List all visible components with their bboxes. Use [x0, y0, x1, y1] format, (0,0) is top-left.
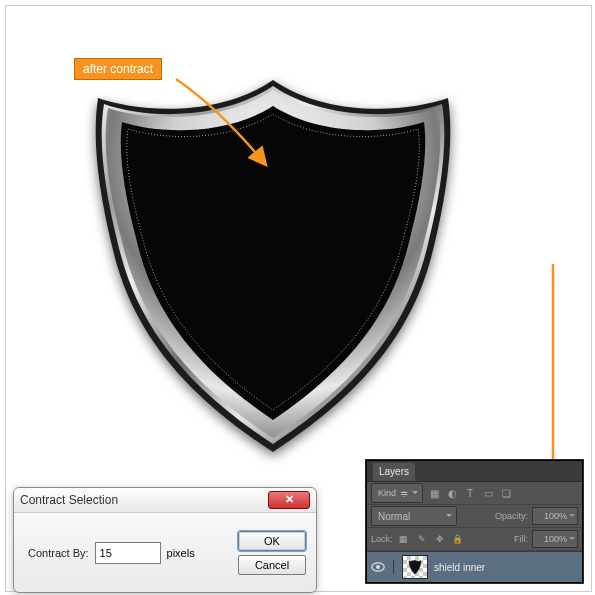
- eye-icon: [371, 562, 385, 572]
- dialog-titlebar[interactable]: Contract Selection ✕: [14, 488, 316, 513]
- blend-row: Normal Opacity: 100%: [367, 505, 582, 528]
- blend-mode-select[interactable]: Normal: [371, 506, 457, 526]
- layer-thumbnail[interactable]: [402, 555, 428, 579]
- contract-by-input[interactable]: [95, 542, 161, 564]
- lock-all-icon[interactable]: 🔒: [451, 532, 465, 546]
- filter-shape-icon[interactable]: ▭: [481, 486, 495, 500]
- ok-button[interactable]: OK: [238, 531, 306, 551]
- cancel-button[interactable]: Cancel: [238, 555, 306, 575]
- lock-transparency-icon[interactable]: ▦: [397, 532, 411, 546]
- layer-name[interactable]: shield inner: [434, 562, 485, 573]
- canvas-area: after contract Contract Selection ✕ Cont…: [5, 5, 592, 592]
- shield-image: [78, 68, 468, 470]
- dialog-title: Contract Selection: [20, 493, 118, 507]
- fill-value[interactable]: 100%: [532, 530, 578, 548]
- annotation-callout: after contract: [74, 58, 162, 80]
- lock-pixels-icon[interactable]: ✎: [415, 532, 429, 546]
- close-button[interactable]: ✕: [268, 491, 310, 509]
- panel-tabs: Layers: [367, 461, 582, 482]
- lock-row: Lock: ▦ ✎ ✥ 🔒 Fill: 100%: [367, 528, 582, 551]
- filter-pixel-icon[interactable]: ▦: [427, 486, 441, 500]
- shield-icon: [408, 559, 422, 575]
- divider: [393, 560, 394, 574]
- contract-by-unit: pixels: [167, 547, 195, 559]
- lock-position-icon[interactable]: ✥: [433, 532, 447, 546]
- lock-label: Lock:: [371, 534, 393, 544]
- kind-filter-select[interactable]: Kind ≑: [371, 483, 423, 503]
- contract-by-label: Contract By:: [28, 547, 89, 559]
- annotation-label: after contract: [83, 62, 153, 76]
- contract-selection-dialog: Contract Selection ✕ Contract By: pixels…: [13, 487, 317, 593]
- filter-smart-icon[interactable]: ❏: [499, 486, 513, 500]
- layer-row-shield-inner[interactable]: shield inner: [367, 551, 582, 582]
- tab-layers[interactable]: Layers: [373, 463, 415, 481]
- dialog-body: Contract By: pixels OK Cancel: [14, 513, 316, 583]
- filter-type-icon[interactable]: T: [463, 486, 477, 500]
- close-icon: ✕: [285, 493, 294, 505]
- visibility-toggle[interactable]: [371, 560, 385, 574]
- layers-panel: Layers Kind ≑ ▦ ◐ T ▭ ❏ Normal Opacity: …: [366, 460, 583, 583]
- opacity-label: Opacity:: [495, 511, 528, 521]
- filter-row: Kind ≑ ▦ ◐ T ▭ ❏: [367, 482, 582, 505]
- filter-adjustment-icon[interactable]: ◐: [445, 486, 459, 500]
- svg-point-2: [376, 565, 380, 569]
- opacity-value[interactable]: 100%: [532, 507, 578, 525]
- fill-label: Fill:: [514, 534, 528, 544]
